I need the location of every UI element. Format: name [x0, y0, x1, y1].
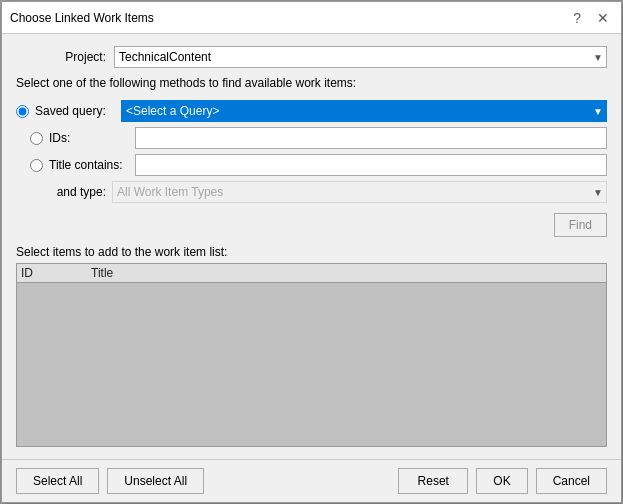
ids-label: IDs:	[49, 131, 129, 145]
and-type-select-wrapper: All Work Item Types ▼	[112, 181, 607, 203]
title-contains-input[interactable]	[135, 154, 607, 176]
title-bar-controls: ? ✕	[569, 11, 613, 25]
bottom-buttons: Select All Unselect All Reset OK Cancel	[2, 459, 621, 502]
work-item-table: ID Title	[16, 263, 607, 447]
title-contains-row: Title contains:	[16, 154, 607, 176]
reset-button[interactable]: Reset	[398, 468, 468, 494]
saved-query-radio[interactable]	[16, 105, 29, 118]
saved-query-label: Saved query:	[35, 104, 115, 118]
table-col-id: ID	[21, 266, 61, 280]
work-item-section-label: Select items to add to the work item lis…	[16, 245, 607, 259]
dialog-title: Choose Linked Work Items	[10, 11, 154, 25]
project-row: Project: TechnicalContent ▼	[16, 46, 607, 68]
table-col-title: Title	[91, 266, 113, 280]
select-all-button[interactable]: Select All	[16, 468, 99, 494]
title-contains-radio[interactable]	[30, 159, 43, 172]
cancel-button[interactable]: Cancel	[536, 468, 607, 494]
table-body	[17, 283, 606, 446]
title-bar: Choose Linked Work Items ? ✕	[2, 2, 621, 34]
and-type-label: and type:	[30, 185, 106, 199]
choose-linked-work-items-dialog: Choose Linked Work Items ? ✕ Project: Te…	[1, 1, 622, 503]
ok-button[interactable]: OK	[476, 468, 527, 494]
saved-query-row: Saved query: <Select a Query> ▼	[16, 100, 607, 122]
instruction-text: Select one of the following methods to f…	[16, 76, 607, 90]
saved-query-select[interactable]: <Select a Query>	[121, 100, 607, 122]
find-button[interactable]: Find	[554, 213, 607, 237]
dialog-content: Project: TechnicalContent ▼ Select one o…	[2, 34, 621, 459]
saved-query-select-wrapper: <Select a Query> ▼	[121, 100, 607, 122]
title-contains-label: Title contains:	[49, 158, 129, 172]
help-button[interactable]: ?	[569, 11, 585, 25]
project-select-wrapper: TechnicalContent ▼	[114, 46, 607, 68]
and-type-select[interactable]: All Work Item Types	[112, 181, 607, 203]
find-row: Find	[16, 213, 607, 237]
project-label: Project:	[16, 50, 106, 64]
ids-row: IDs:	[16, 127, 607, 149]
work-item-section: Select items to add to the work item lis…	[16, 245, 607, 447]
and-type-row: and type: All Work Item Types ▼	[16, 181, 607, 203]
project-select[interactable]: TechnicalContent	[114, 46, 607, 68]
ids-input[interactable]	[135, 127, 607, 149]
ids-radio[interactable]	[30, 132, 43, 145]
close-button[interactable]: ✕	[593, 11, 613, 25]
table-header: ID Title	[17, 264, 606, 283]
unselect-all-button[interactable]: Unselect All	[107, 468, 204, 494]
method-section: Saved query: <Select a Query> ▼ IDs: Tit…	[16, 100, 607, 203]
